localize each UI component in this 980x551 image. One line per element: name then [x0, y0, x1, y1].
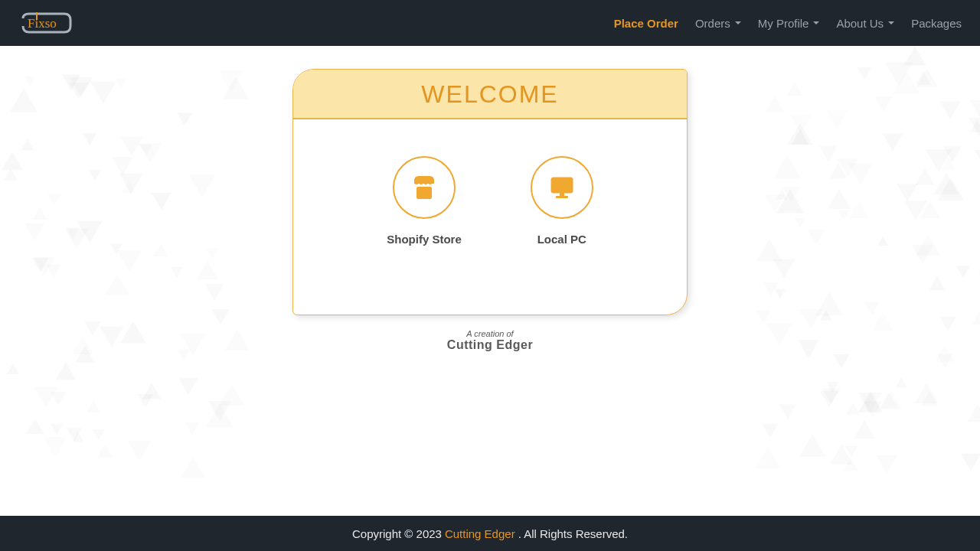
nav: Place Order Orders My Profile About Us P… — [614, 17, 962, 30]
svg-rect-7 — [560, 192, 564, 196]
nav-my-profile-label: My Profile — [758, 17, 809, 30]
nav-about-us[interactable]: About Us — [836, 17, 894, 30]
nav-about-us-label: About Us — [836, 17, 884, 30]
nav-orders-label: Orders — [695, 17, 730, 30]
nav-my-profile[interactable]: My Profile — [758, 17, 820, 30]
footer-brand[interactable]: Cutting Edger — [445, 527, 515, 540]
store-icon — [408, 171, 440, 204]
footer-copyright-post: . All Rights Reserved. — [518, 527, 628, 540]
option-localpc-label: Local PC — [537, 233, 586, 246]
option-shopify-label: Shopify Store — [387, 233, 462, 246]
svg-rect-2 — [416, 187, 432, 199]
nav-packages[interactable]: Packages — [911, 17, 962, 30]
creation-prefix: A creation of — [447, 329, 533, 338]
nav-place-order[interactable]: Place Order — [614, 17, 678, 30]
creation-credit: A creation of Cutting Edger — [447, 329, 533, 352]
svg-text:Fixso: Fixso — [28, 16, 57, 31]
svg-rect-8 — [556, 196, 568, 198]
card-body: Shopify Store Local PC — [293, 119, 687, 315]
nav-orders[interactable]: Orders — [695, 17, 741, 30]
logo[interactable]: Fixso — [18, 11, 72, 35]
option-local-pc[interactable]: Local PC — [531, 156, 593, 246]
logo-icon: Fixso — [18, 11, 72, 35]
header: Fixso Place Order Orders My Profile Abou… — [0, 0, 980, 46]
chevron-down-icon — [735, 21, 741, 24]
card-title: WELCOME — [293, 70, 687, 119]
chevron-down-icon — [888, 21, 894, 24]
monitor-icon — [546, 171, 578, 204]
svg-rect-9 — [554, 180, 570, 191]
footer: Copyright © 2023 Cutting Edger . All Rig… — [0, 516, 980, 551]
shopify-circle — [393, 156, 456, 219]
localpc-circle — [531, 156, 593, 219]
footer-copyright-pre: Copyright © 2023 — [352, 527, 442, 540]
main: WELCOME Shopify Store — [0, 46, 980, 352]
chevron-down-icon — [813, 21, 819, 24]
option-shopify-store[interactable]: Shopify Store — [387, 156, 462, 246]
creation-name: Cutting Edger — [447, 338, 533, 352]
welcome-card: WELCOME Shopify Store — [292, 69, 688, 315]
